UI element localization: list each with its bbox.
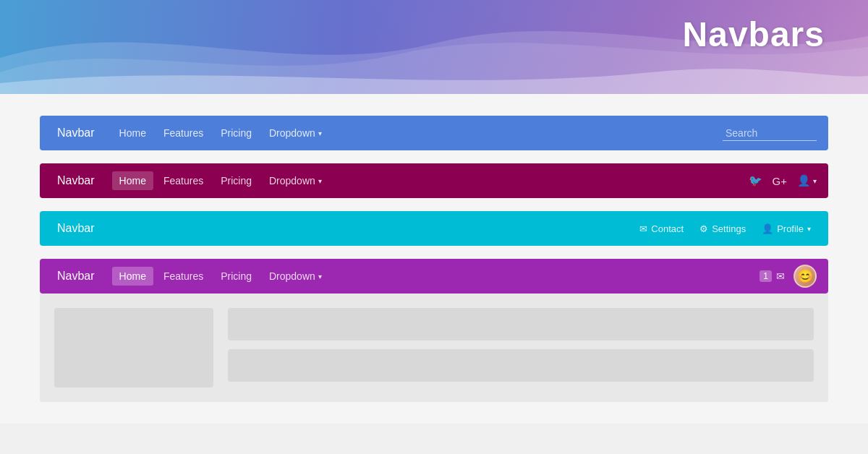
navbar-1-links: Home Features Pricing Dropdown bbox=[112, 124, 329, 142]
navbar-2-link-home[interactable]: Home bbox=[112, 171, 153, 190]
navbar-1-link-features[interactable]: Features bbox=[156, 124, 210, 142]
navbar-3: Navbar ✉ Contact ⚙ Settings 👤 Profile bbox=[40, 211, 828, 246]
navbar-4-wrapper: Navbar Home Features Pricing Dropdown 1 … bbox=[40, 259, 828, 402]
content-block-right-1 bbox=[228, 308, 814, 340]
content-blocks bbox=[40, 294, 828, 402]
navbar-3-brand: Navbar bbox=[51, 219, 101, 238]
navbar-4-link-pricing[interactable]: Pricing bbox=[213, 267, 259, 286]
mail-icon: ✉ bbox=[639, 223, 647, 234]
navbar-1-link-home[interactable]: Home bbox=[112, 124, 153, 142]
settings-label: Settings bbox=[712, 223, 746, 234]
content-block-left bbox=[54, 308, 213, 387]
page-title: Navbars bbox=[683, 14, 825, 54]
googleplus-icon[interactable]: G+ bbox=[773, 175, 787, 187]
social-icons: 🐦 G+ 👤 bbox=[749, 174, 817, 187]
navbar-2-brand: Navbar bbox=[51, 171, 101, 190]
main-content: Navbar Home Features Pricing Dropdown Na… bbox=[0, 94, 868, 424]
gear-icon: ⚙ bbox=[699, 223, 708, 234]
mail-icon[interactable]: ✉ bbox=[776, 270, 785, 282]
navbar-2-dropdown[interactable]: Dropdown bbox=[262, 171, 329, 190]
navbar-1-link-pricing[interactable]: Pricing bbox=[213, 124, 259, 142]
navbar-4-dropdown[interactable]: Dropdown bbox=[262, 267, 329, 286]
navbar-3-right: ✉ Contact ⚙ Settings 👤 Profile bbox=[634, 220, 817, 237]
navbar-4-brand: Navbar bbox=[51, 267, 101, 286]
navbar-4-link-features[interactable]: Features bbox=[156, 267, 210, 286]
person-icon: 👤 bbox=[762, 223, 773, 234]
navbar-4-right: 1 ✉ 😊 bbox=[760, 265, 817, 288]
navbar-4-link-home[interactable]: Home bbox=[112, 267, 153, 286]
navbar-1: Navbar Home Features Pricing Dropdown bbox=[40, 116, 828, 150]
navbar-2-link-pricing[interactable]: Pricing bbox=[213, 171, 259, 190]
navbar-4: Navbar Home Features Pricing Dropdown 1 … bbox=[40, 259, 828, 294]
content-block-right bbox=[228, 308, 814, 387]
contact-label: Contact bbox=[651, 223, 684, 234]
badge-mail: 1 ✉ bbox=[760, 270, 785, 282]
navbar-1-brand: Navbar bbox=[51, 124, 101, 142]
profile-button[interactable]: 👤 Profile bbox=[756, 220, 817, 237]
user-icon[interactable]: 👤 bbox=[797, 174, 817, 187]
navbar-2-link-features[interactable]: Features bbox=[156, 171, 210, 190]
navbar-2: Navbar Home Features Pricing Dropdown 🐦 … bbox=[40, 163, 828, 198]
navbar-2-right: 🐦 G+ 👤 bbox=[749, 174, 817, 187]
action-buttons: ✉ Contact ⚙ Settings 👤 Profile bbox=[634, 220, 817, 237]
content-block-right-2 bbox=[228, 349, 814, 382]
profile-label: Profile bbox=[777, 223, 804, 234]
contact-button[interactable]: ✉ Contact bbox=[634, 220, 689, 237]
avatar[interactable]: 😊 bbox=[793, 265, 817, 288]
navbar-2-links: Home Features Pricing Dropdown bbox=[112, 171, 329, 190]
search-input[interactable] bbox=[723, 126, 817, 141]
badge-count: 1 bbox=[760, 270, 772, 282]
navbar-4-links: Home Features Pricing Dropdown bbox=[112, 267, 329, 286]
settings-button[interactable]: ⚙ Settings bbox=[694, 220, 752, 237]
hero-header: Navbars bbox=[0, 0, 868, 94]
navbar-1-dropdown[interactable]: Dropdown bbox=[262, 124, 329, 142]
navbar-1-right bbox=[723, 126, 817, 141]
twitter-icon[interactable]: 🐦 bbox=[749, 174, 762, 187]
